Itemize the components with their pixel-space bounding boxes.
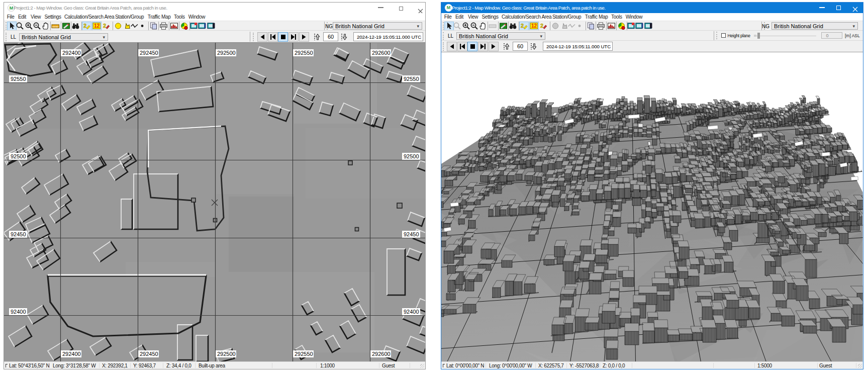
svg-text:292450: 292450 bbox=[140, 50, 158, 56]
svg-text:292450: 292450 bbox=[140, 351, 158, 357]
svg-text:92400: 92400 bbox=[11, 309, 26, 315]
svg-text:92500: 92500 bbox=[404, 153, 419, 159]
svg-text:92550: 92550 bbox=[404, 76, 419, 82]
svg-text:292400: 292400 bbox=[62, 50, 81, 56]
svg-text:12: 12 bbox=[531, 23, 537, 29]
svg-text:12: 12 bbox=[94, 23, 100, 29]
svg-text:292500: 292500 bbox=[217, 50, 236, 56]
svg-text:292550: 292550 bbox=[295, 50, 313, 56]
svg-text:92450: 92450 bbox=[404, 231, 419, 237]
svg-text:292600: 292600 bbox=[372, 351, 391, 357]
svg-text:92400: 92400 bbox=[404, 309, 419, 315]
svg-text:2: 2 bbox=[540, 23, 543, 29]
svg-text:2: 2 bbox=[103, 23, 106, 29]
svg-text:2: 2 bbox=[83, 23, 86, 29]
svg-text:92550: 92550 bbox=[11, 76, 26, 82]
svg-text:2: 2 bbox=[521, 23, 524, 29]
svg-text:292550: 292550 bbox=[295, 351, 313, 357]
svg-text:292400: 292400 bbox=[62, 351, 81, 357]
svg-text:92450: 92450 bbox=[11, 231, 26, 237]
svg-text:292600: 292600 bbox=[372, 50, 391, 56]
svg-text:292500: 292500 bbox=[217, 351, 236, 357]
svg-text:92500: 92500 bbox=[11, 153, 26, 159]
